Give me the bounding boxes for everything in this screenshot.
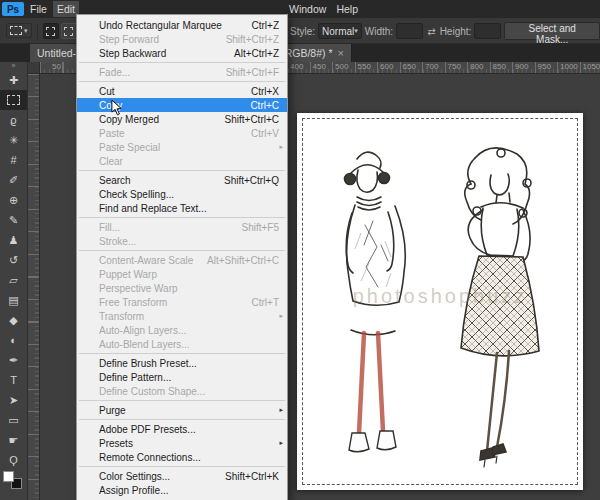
ruler-number: 600 <box>380 62 393 71</box>
menu-item-define-brush-preset[interactable]: Define Brush Preset... <box>77 356 287 370</box>
menu-item-adobe-pdf-presets[interactable]: Adobe PDF Presets... <box>77 422 287 436</box>
menu-item-shortcut: Alt+Shift+Ctrl+C <box>197 255 279 266</box>
crop-tool[interactable]: # <box>0 150 27 170</box>
menu-separator <box>79 81 285 82</box>
zoom-tool[interactable]: Ϙ <box>0 450 27 470</box>
swap-dimensions-icon[interactable]: ⇄ <box>426 26 436 37</box>
path-selection-tool[interactable]: ➤ <box>0 390 27 410</box>
height-label: Height: <box>440 26 472 37</box>
foreground-color-swatch[interactable] <box>3 471 14 482</box>
menu-separator <box>79 250 285 251</box>
close-tab-icon[interactable]: × <box>338 47 344 59</box>
menu-item-check-spelling[interactable]: Check Spelling... <box>77 187 287 201</box>
tool-preset-dropdown[interactable]: ▾ <box>6 23 32 38</box>
quick-selection-icon: ✳ <box>9 130 18 150</box>
menu-item-cut[interactable]: CutCtrl+X <box>77 84 287 98</box>
pen-tool[interactable]: ✒ <box>0 350 27 370</box>
menu-item-find-and-replace-text[interactable]: Find and Replace Text... <box>77 201 287 215</box>
gradient-icon: ▤ <box>8 290 18 310</box>
quick-selection-tool[interactable]: ✳ <box>0 130 27 150</box>
menu-item-assign-profile[interactable]: Assign Profile... <box>77 483 287 497</box>
brush-tool[interactable]: ✎ <box>0 210 27 230</box>
menu-separator <box>79 466 285 467</box>
hand-tool[interactable]: ☛ <box>0 430 27 450</box>
history-brush-tool[interactable]: ↺ <box>0 250 27 270</box>
dodge-tool[interactable]: ◐ <box>0 330 27 350</box>
menu-item-define-pattern[interactable]: Define Pattern... <box>77 370 287 384</box>
select-and-mask-button[interactable]: Select and Mask... <box>504 22 600 40</box>
width-label: Width: <box>365 26 393 37</box>
crop-icon: # <box>10 150 16 170</box>
menu-item-shortcut: Ctrl+T <box>242 297 280 308</box>
menu-item-copy[interactable]: CopyCtrl+C <box>77 98 287 112</box>
menu-item-label: Auto-Align Layers... <box>99 325 186 336</box>
menu-item-label: Cut <box>99 86 115 97</box>
photoshop-logo: Ps <box>2 2 24 16</box>
menu-item-color-settings[interactable]: Color Settings...Shift+Ctrl+K <box>77 469 287 483</box>
menu-separator <box>79 419 285 420</box>
menu-item-label: Search <box>99 175 131 186</box>
menu-item-clear: Clear <box>77 154 287 168</box>
clone-stamp-tool[interactable]: ♟ <box>0 230 27 250</box>
ruler-number: 500 <box>335 62 348 71</box>
blur-tool[interactable]: ◆ <box>0 310 27 330</box>
menu-item-label: Find and Replace Text... <box>99 203 207 214</box>
shape-tool[interactable]: ▭ <box>0 410 27 430</box>
height-input[interactable] <box>474 23 501 39</box>
toolbox-tools: ✚ϱ✳#✐⊕✎♟↺▱▤◆◐✒T➤▭☛Ϙ <box>0 70 27 470</box>
menu-item-label: Content-Aware Scale <box>99 255 193 266</box>
menubar-item-file[interactable]: File <box>26 1 51 17</box>
canvas-document[interactable]: photoshopbuzz <box>297 113 583 490</box>
menu-item-shortcut: Alt+Ctrl+Z <box>224 48 279 59</box>
toolbox-collapse-icon[interactable]: » <box>0 62 27 70</box>
ruler-number: 650 <box>403 62 416 71</box>
new-selection-icon[interactable] <box>43 23 59 39</box>
menu-item-puppet-warp: Puppet Warp <box>77 267 287 281</box>
menu-item-label: Remote Connections... <box>99 452 201 463</box>
menu-separator <box>79 62 285 63</box>
type-icon: T <box>10 370 17 390</box>
selection-marquee <box>302 118 578 485</box>
zoom-icon: Ϙ <box>9 450 18 470</box>
quick-mask-icon: ◙ <box>10 492 17 500</box>
menu-item-remote-connections[interactable]: Remote Connections... <box>77 450 287 464</box>
menu-item-undo-rectangular-marquee[interactable]: Undo Rectangular MarqueeCtrl+Z <box>77 18 287 32</box>
menu-item-presets[interactable]: Presets▸ <box>77 436 287 450</box>
rectangular-marquee-tool[interactable] <box>0 90 27 110</box>
gradient-tool[interactable]: ▤ <box>0 290 27 310</box>
edit-menu: Undo Rectangular MarqueeCtrl+ZStep Forwa… <box>76 14 288 500</box>
ruler-vertical[interactable] <box>28 74 40 500</box>
width-input[interactable] <box>396 23 423 39</box>
menu-item-shortcut: Shift+Ctrl+Z <box>216 34 279 45</box>
menu-item-step-backward[interactable]: Step BackwardAlt+Ctrl+Z <box>77 46 287 60</box>
menu-item-search[interactable]: SearchShift+Ctrl+Q <box>77 173 287 187</box>
mouse-cursor <box>111 99 122 116</box>
type-tool[interactable]: T <box>0 370 27 390</box>
menu-item-stroke: Stroke... <box>77 234 287 248</box>
path-selection-icon: ➤ <box>9 390 18 410</box>
menu-item-label: Define Custom Shape... <box>99 386 205 397</box>
hand-icon: ☛ <box>9 430 19 450</box>
menu-item-shortcut: Shift+Ctrl+F <box>216 67 279 78</box>
menu-item-label: Paste <box>99 128 125 139</box>
lasso-tool[interactable]: ϱ <box>0 110 27 130</box>
style-value: Normal <box>322 26 354 37</box>
menu-item-shortcut: Ctrl+C <box>240 100 279 111</box>
menubar-item-window[interactable]: Window <box>285 1 330 17</box>
move-tool[interactable]: ✚ <box>0 70 27 90</box>
quick-mask-button[interactable]: ◙ <box>0 492 27 500</box>
menu-item-purge[interactable]: Purge▸ <box>77 403 287 417</box>
clone-stamp-icon: ♟ <box>9 230 19 250</box>
menu-item-transform: Transform▸ <box>77 309 287 323</box>
eyedropper-tool[interactable]: ✐ <box>0 170 27 190</box>
style-dropdown[interactable]: Normal ▾ <box>318 23 362 39</box>
healing-brush-icon: ⊕ <box>9 190 18 210</box>
submenu-arrow-icon: ▸ <box>279 312 283 320</box>
add-to-selection-icon[interactable] <box>61 23 77 39</box>
eraser-tool[interactable]: ▱ <box>0 270 27 290</box>
menu-item-label: Purge <box>99 405 126 416</box>
menubar-item-help[interactable]: Help <box>332 1 362 17</box>
healing-brush-tool[interactable]: ⊕ <box>0 190 27 210</box>
menu-item-copy-merged[interactable]: Copy MergedShift+Ctrl+C <box>77 112 287 126</box>
history-brush-icon: ↺ <box>9 250 18 270</box>
